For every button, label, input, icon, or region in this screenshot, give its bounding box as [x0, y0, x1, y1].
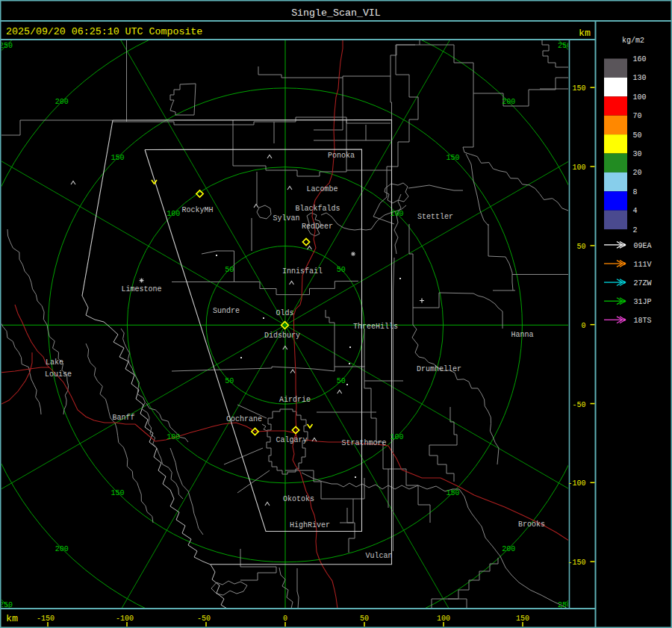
svg-text:200: 200	[55, 545, 69, 553]
svg-text:Calgary: Calgary	[276, 436, 308, 444]
svg-text:Single_Scan_VIL: Single_Scan_VIL	[291, 7, 381, 19]
svg-text:Hanna: Hanna	[511, 331, 534, 339]
svg-text:150: 150	[516, 615, 529, 623]
svg-text:Innisfail: Innisfail	[282, 267, 323, 276]
svg-text:2025/09/20 06:25:10 UTC Compos: 2025/09/20 06:25:10 UTC Composite	[6, 26, 202, 37]
svg-text:-100: -100	[116, 615, 134, 623]
svg-text:30: 30	[633, 150, 642, 158]
svg-text:160: 160	[633, 55, 647, 63]
svg-text:km: km	[6, 613, 18, 624]
svg-text:Lake: Lake	[46, 358, 63, 367]
svg-text:150: 150	[446, 489, 459, 497]
svg-text:Vulcan: Vulcan	[366, 552, 393, 560]
svg-text:100: 100	[167, 433, 180, 441]
svg-text:Brooks: Brooks	[518, 520, 545, 529]
svg-text:200: 200	[55, 98, 69, 106]
svg-text:250: 250	[0, 42, 13, 50]
svg-text:50: 50	[225, 377, 234, 385]
svg-text:09EA: 09EA	[634, 242, 652, 250]
svg-text:50: 50	[633, 131, 642, 140]
svg-text:50: 50	[337, 266, 346, 274]
svg-text:100: 100	[391, 433, 404, 441]
svg-text:4: 4	[633, 207, 638, 215]
svg-text:18TS: 18TS	[634, 317, 652, 325]
svg-text:2: 2	[633, 226, 638, 234]
svg-text:0: 0	[581, 322, 585, 330]
svg-text:100: 100	[633, 93, 647, 102]
svg-text:150: 150	[111, 489, 125, 497]
svg-text:Strathmore: Strathmore	[342, 439, 387, 447]
svg-text:50: 50	[225, 266, 234, 274]
svg-text:km: km	[579, 28, 591, 39]
svg-text:50: 50	[576, 243, 585, 251]
svg-text:Airdrie: Airdrie	[279, 396, 311, 404]
svg-text:Cochrane: Cochrane	[226, 415, 262, 423]
svg-text:0: 0	[283, 615, 287, 623]
svg-text:200: 200	[502, 98, 515, 106]
svg-text:HighRiver: HighRiver	[290, 521, 330, 529]
svg-text:kg/m2: kg/m2	[622, 37, 644, 45]
svg-text:ThreeHills: ThreeHills	[353, 323, 398, 331]
svg-text:-150: -150	[37, 615, 55, 623]
svg-text:Drumheller: Drumheller	[417, 365, 461, 373]
svg-text:Olds: Olds	[276, 309, 294, 317]
svg-text:Louise: Louise	[45, 370, 72, 379]
svg-text:100: 100	[167, 210, 180, 218]
svg-text:130: 130	[633, 74, 647, 82]
svg-text:Banff: Banff	[113, 414, 135, 422]
svg-text:111V: 111V	[634, 261, 652, 269]
svg-text:RedDeer: RedDeer	[302, 223, 333, 231]
svg-text:Sundre: Sundre	[213, 307, 240, 315]
svg-text:Okotoks: Okotoks	[283, 495, 314, 503]
svg-text:50: 50	[337, 377, 346, 385]
svg-text:31JP: 31JP	[634, 298, 652, 306]
svg-text:Sylvan: Sylvan	[273, 214, 300, 223]
svg-text:250: 250	[0, 601, 13, 609]
svg-text:-150: -150	[567, 559, 585, 567]
svg-text:27ZW: 27ZW	[634, 279, 652, 287]
svg-text:150: 150	[572, 84, 585, 93]
svg-text:Lacombe: Lacombe	[307, 185, 338, 193]
svg-text:100: 100	[391, 210, 404, 218]
svg-text:-50: -50	[572, 401, 585, 409]
svg-text:20: 20	[633, 169, 642, 177]
svg-text:RockyMH: RockyMH	[182, 206, 214, 214]
svg-text:Stettler: Stettler	[417, 213, 453, 221]
svg-text:8: 8	[633, 188, 638, 196]
svg-text:70: 70	[633, 112, 642, 120]
svg-text:150: 150	[446, 154, 459, 162]
svg-text:Ponoka: Ponoka	[328, 152, 355, 160]
svg-text:Limestone: Limestone	[122, 285, 162, 293]
svg-text:150: 150	[111, 154, 125, 162]
svg-text:50: 50	[360, 615, 369, 623]
svg-text:100: 100	[437, 615, 450, 623]
svg-text:200: 200	[502, 545, 515, 553]
svg-text:-50: -50	[197, 615, 211, 623]
svg-text:Blackfalds: Blackfalds	[296, 205, 340, 213]
svg-text:100: 100	[572, 164, 585, 172]
svg-text:Didsbury: Didsbury	[264, 332, 300, 340]
svg-text:-100: -100	[567, 479, 585, 488]
